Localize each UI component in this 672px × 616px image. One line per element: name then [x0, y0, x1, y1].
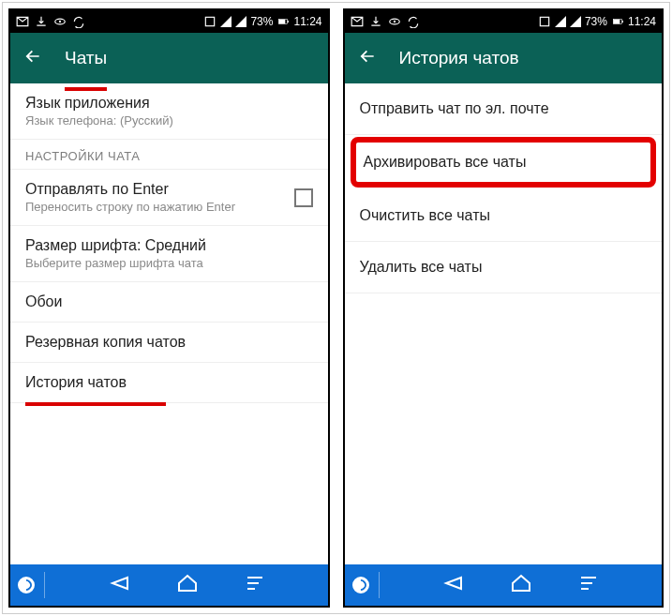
pref-font-sub: Выберите размер шрифта чата	[25, 256, 313, 270]
sync-icon	[407, 15, 420, 28]
phone-left: 73% 11:24 Чаты Язык приложения Язык теле…	[8, 8, 330, 608]
svg-rect-8	[540, 17, 548, 25]
history-list: Отправить чат по эл. почте Архивировать …	[345, 83, 663, 564]
pref-history[interactable]: История чатов	[10, 363, 328, 403]
svg-rect-10	[613, 20, 620, 24]
back-button[interactable]	[23, 47, 42, 69]
page-title: История чатов	[399, 48, 519, 68]
action-archive-all[interactable]: Архивировать все чаты	[354, 141, 653, 185]
battery-percent: 73%	[250, 15, 273, 28]
pref-enter-send[interactable]: Отправлять по Enter Переносить строку по…	[10, 170, 328, 226]
annotation-underline	[65, 87, 107, 91]
pref-backup-title: Резервная копия чатов	[25, 334, 186, 351]
nav-bar	[345, 564, 663, 606]
section-chat-settings: НАСТРОЙКИ ЧАТА	[10, 140, 328, 170]
battery-icon	[611, 15, 624, 28]
nav-back-button[interactable]	[442, 572, 465, 598]
battery-icon	[276, 15, 290, 28]
svg-point-1	[59, 21, 61, 23]
pref-wallpaper-title: Обои	[25, 293, 62, 310]
action-delete-all[interactable]: Удалить все чаты	[345, 242, 663, 293]
signal-icon	[555, 16, 566, 27]
action-archive-label: Архивировать все чаты	[364, 154, 527, 170]
nav-recent-button[interactable]	[244, 572, 266, 598]
teamviewer-icon[interactable]	[351, 575, 371, 595]
checkbox-enter[interactable]	[294, 188, 313, 207]
signal-icon	[220, 16, 231, 27]
battery-percent: 73%	[585, 15, 607, 28]
pref-font-size[interactable]: Размер шрифта: Средний Выберите размер ш…	[10, 226, 328, 282]
pref-history-title: История чатов	[25, 374, 127, 391]
svg-rect-2	[206, 17, 215, 25]
back-button[interactable]	[358, 47, 377, 69]
divider	[44, 572, 45, 598]
nav-recent-button[interactable]	[577, 572, 600, 598]
app-bar: История чатов	[345, 33, 663, 83]
svg-point-7	[393, 21, 395, 23]
mail-icon	[16, 15, 29, 28]
clock: 11:24	[293, 15, 321, 28]
phone-right: 73% 11:24 История чатов Отправить чат по…	[343, 8, 665, 608]
nav-home-button[interactable]	[176, 572, 199, 598]
status-bar: 73% 11:24	[345, 10, 663, 33]
divider	[379, 572, 380, 598]
download-icon	[35, 15, 48, 28]
pref-font-title: Размер шрифта: Средний	[25, 237, 313, 254]
nav-back-button[interactable]	[109, 572, 131, 598]
nfc-icon	[203, 15, 217, 28]
action-email-chat[interactable]: Отправить чат по эл. почте	[345, 83, 663, 135]
nav-home-button[interactable]	[510, 572, 532, 598]
eye-icon	[53, 15, 67, 28]
pref-language[interactable]: Язык приложения Язык телефона: (Русский)	[10, 83, 328, 140]
sync-icon	[72, 15, 85, 28]
eye-icon	[388, 15, 401, 28]
pref-backup[interactable]: Резервная копия чатов	[10, 323, 328, 363]
teamviewer-icon[interactable]	[16, 575, 37, 595]
pref-language-title: Язык приложения	[25, 95, 313, 112]
svg-rect-5	[288, 21, 289, 23]
mail-icon	[351, 15, 364, 28]
settings-list: Язык приложения Язык телефона: (Русский)…	[10, 83, 328, 564]
nav-bar	[10, 564, 328, 606]
action-clear-all[interactable]: Очистить все чаты	[345, 190, 663, 242]
clock: 11:24	[628, 15, 656, 28]
page-title: Чаты	[65, 48, 107, 68]
svg-rect-11	[622, 21, 623, 23]
pref-enter-sub: Переносить строку по нажатию Enter	[25, 200, 294, 214]
app-bar: Чаты	[10, 33, 328, 83]
annotation-underline	[25, 402, 166, 406]
status-bar: 73% 11:24	[10, 10, 328, 33]
signal2-icon	[235, 16, 246, 27]
nfc-icon	[538, 15, 551, 28]
pref-language-sub: Язык телефона: (Русский)	[25, 113, 313, 128]
signal2-icon	[570, 16, 581, 27]
pref-wallpaper[interactable]: Обои	[10, 282, 328, 323]
download-icon	[369, 15, 382, 28]
svg-rect-4	[279, 20, 286, 24]
pref-enter-title: Отправлять по Enter	[25, 181, 294, 198]
